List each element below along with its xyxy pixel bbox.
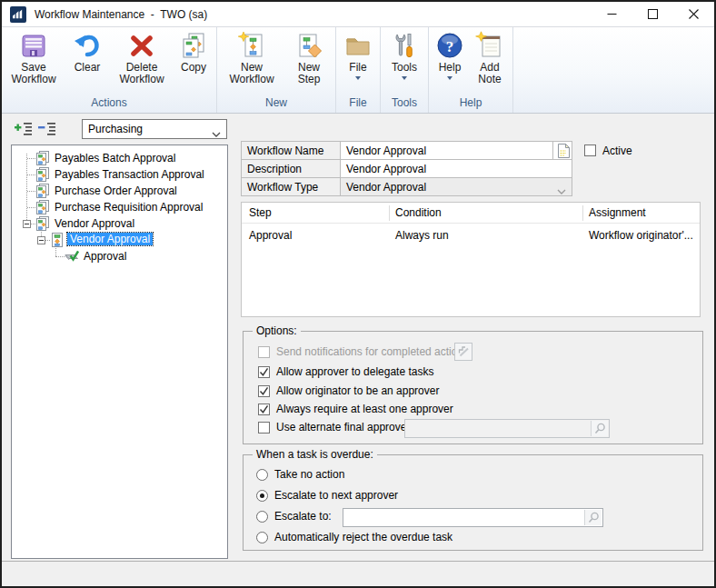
category-dropdown-value: Purchasing (88, 123, 143, 135)
main-area: Purchasing Payables Batch Approval (2, 114, 714, 561)
field-label-text: Description (247, 163, 302, 175)
save-workflow-button[interactable]: Save Workflow (5, 29, 63, 85)
file-menu-button[interactable]: File (339, 29, 377, 80)
tree-item[interactable]: Approval (12, 248, 227, 264)
workflow-type-dropdown: Vendor Approval (340, 177, 572, 196)
delete-workflow-button[interactable]: Delete Workflow (112, 29, 172, 85)
ribbon-toolbar: Save Workflow Clear Delete Workflow (2, 27, 714, 114)
notification-expansion-button (454, 343, 472, 361)
escalate-next-radio[interactable] (256, 490, 268, 502)
overdue-auto-reject[interactable]: Automatically reject the overdue task (256, 531, 452, 543)
workflow-name-input[interactable]: Vendor Approval (340, 141, 572, 160)
option-label: Allow originator to be an approver (276, 384, 439, 397)
window-controls (592, 2, 714, 26)
originator-approver-checkbox[interactable] (258, 385, 270, 397)
note-button[interactable] (552, 141, 572, 160)
steps-table[interactable]: Step Condition Assignment Approval Alway… (241, 202, 701, 317)
require-one-approver-checkbox[interactable] (258, 404, 270, 415)
description-input[interactable]: Vendor Approval (340, 159, 572, 178)
header-divider (242, 223, 700, 224)
close-button[interactable] (673, 2, 714, 26)
collapse-expander[interactable] (23, 220, 31, 228)
ribbon-group-help: ? Help Add Note Help (429, 27, 513, 113)
field-value-text: Vendor Approval (346, 145, 426, 157)
table-cell-condition: Always run (395, 229, 449, 242)
tree-item-selected[interactable]: Vendor Approval (12, 232, 227, 248)
active-checkbox-label: Active (602, 145, 632, 157)
active-checkbox[interactable] (584, 145, 596, 156)
expand-all-button[interactable] (15, 122, 33, 138)
column-header-assignment: Assignment (589, 206, 646, 219)
options-group-legend: Options: (253, 324, 301, 337)
column-separator (582, 205, 583, 221)
radio-label: Escalate to: (274, 510, 332, 523)
tools-menu-button[interactable]: Tools (383, 29, 425, 80)
tree-item[interactable]: Payables Transaction Approval (12, 166, 227, 183)
chevron-down-icon (557, 184, 566, 197)
checkmark-icon (259, 386, 269, 396)
allow-delegate-checkbox[interactable] (258, 366, 270, 378)
add-note-button[interactable]: Add Note (470, 29, 510, 85)
overdue-escalate-next[interactable]: Escalate to next approver (256, 489, 398, 502)
note-icon (556, 144, 570, 158)
collapse-all-button[interactable] (38, 122, 56, 138)
send-notifications-checkbox (258, 346, 270, 358)
button-label: Copy (181, 62, 206, 74)
option-label: Allow approver to delegate tasks (276, 365, 433, 378)
copy-button[interactable]: Copy (174, 29, 214, 74)
ribbon-group-label: File (338, 95, 378, 113)
option-label: Send notifications for completed actions (276, 345, 469, 358)
tree-item-label: Payables Batch Approval (55, 152, 175, 164)
option-label: Always require at least one approver (276, 403, 453, 415)
alternate-approver-field (404, 419, 610, 438)
ribbon-group-label: Help (431, 95, 511, 113)
maximize-button[interactable] (632, 2, 673, 26)
workflow-maintenance-window: Workflow Maintenance - TWO (sa) Save Wor… (0, 0, 716, 588)
ribbon-group-file: File File (336, 27, 381, 113)
take-no-action-radio[interactable] (256, 469, 268, 481)
tree-item[interactable]: Payables Batch Approval (12, 150, 227, 166)
lookup-button (584, 510, 602, 525)
overdue-escalate-to[interactable]: Escalate to: (256, 510, 332, 523)
button-label: Help (439, 62, 462, 74)
table-cell-assignment: Workflow originator'... (589, 229, 693, 242)
radio-label: Automatically reject the overdue task (274, 531, 452, 543)
tree-item[interactable]: Purchase Order Approval (12, 183, 227, 199)
minimize-button[interactable] (592, 2, 632, 26)
lookup-button (591, 421, 608, 436)
window-title: Workflow Maintenance - TWO (sa) (35, 8, 207, 21)
overdue-group: When a task is overdue: Take no action E… (243, 454, 703, 551)
option-originator-approver[interactable]: Allow originator to be an approver (258, 384, 439, 397)
clear-button[interactable]: Clear (65, 29, 110, 74)
escalate-to-radio[interactable] (256, 511, 268, 523)
tree-item-label: Purchase Order Approval (55, 184, 177, 197)
help-menu-button[interactable]: ? Help (432, 29, 468, 80)
new-step-button[interactable]: New Step (285, 29, 333, 85)
ribbon-spacer (513, 27, 714, 113)
option-allow-delegate[interactable]: Allow approver to delegate tasks (258, 365, 433, 378)
new-workflow-icon (237, 31, 266, 60)
column-header-step: Step (249, 206, 272, 219)
escalate-to-field[interactable] (343, 508, 603, 527)
status-bar (2, 561, 714, 586)
minimize-icon (607, 9, 617, 19)
radio-dot (260, 493, 264, 498)
option-require-one-approver[interactable]: Always require at least one approver (258, 403, 453, 415)
tree-item[interactable]: Purchase Requisition Approval (12, 199, 227, 215)
button-label: Save Workflow (6, 62, 61, 85)
option-send-notifications: Send notifications for completed actions (258, 345, 469, 358)
workflow-name-label: Workflow Name (241, 141, 341, 160)
tree-item-label: Purchase Requisition Approval (55, 201, 203, 214)
option-alternate-final-approver[interactable]: Use alternate final approver (258, 421, 410, 434)
overdue-take-no-action[interactable]: Take no action (256, 468, 344, 481)
alternate-final-approver-checkbox[interactable] (258, 422, 270, 434)
tree-item[interactable]: Vendor Approval (12, 215, 227, 232)
field-value-text: Vendor Approval (346, 163, 426, 175)
chevron-down-icon (212, 127, 221, 140)
new-workflow-button[interactable]: New Workflow (220, 29, 283, 85)
expansion-icon (457, 345, 470, 358)
category-dropdown[interactable]: Purchasing (82, 119, 227, 139)
auto-reject-radio[interactable] (256, 532, 268, 543)
collapse-expander[interactable] (37, 236, 45, 244)
radio-label: Take no action (274, 468, 344, 481)
